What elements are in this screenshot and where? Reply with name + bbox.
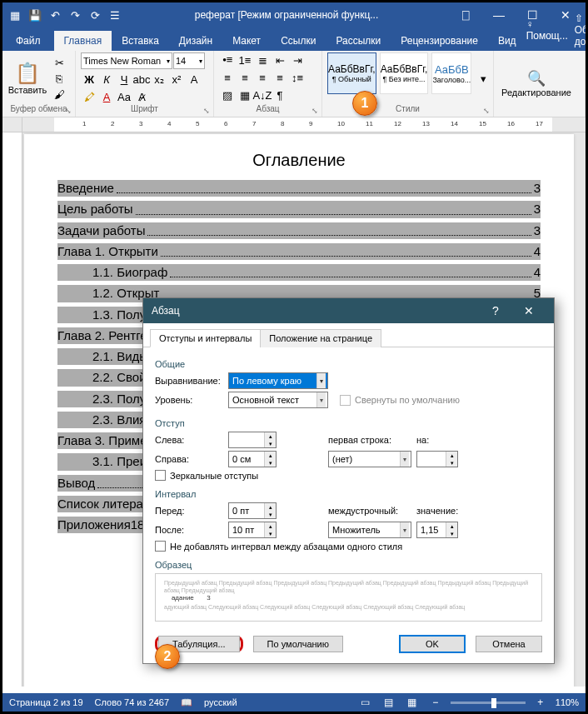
read-mode-icon[interactable]: ▭ xyxy=(357,695,374,710)
paste-button[interactable]: 📋 Вставить xyxy=(7,52,47,104)
underline-icon[interactable]: Ч xyxy=(116,72,132,87)
justify-icon[interactable]: ≡ xyxy=(272,70,288,85)
section-spacing: Интервал xyxy=(155,489,542,499)
sort-icon[interactable]: A↓Z xyxy=(254,87,271,102)
mirror-checkbox[interactable] xyxy=(155,470,166,481)
zoom-slider[interactable] xyxy=(451,702,526,704)
editing-menu[interactable]: 🔍 Редактирование xyxy=(499,52,574,113)
clipboard-launcher-icon[interactable]: ⤡ xyxy=(63,106,73,116)
copy-icon[interactable]: ⎘ xyxy=(51,71,67,86)
toc-line[interactable]: Цель работы3 xyxy=(57,201,541,217)
zoom-level[interactable]: 110% xyxy=(556,697,579,707)
tab-references[interactable]: Ссылки xyxy=(271,31,326,51)
share-button[interactable]: ⇧ Общий доступ xyxy=(575,12,588,47)
tab-insert[interactable]: Вставка xyxy=(112,31,169,51)
proofing-icon[interactable]: 📖 xyxy=(181,697,192,708)
tab-layout[interactable]: Макет xyxy=(222,31,271,51)
print-layout-icon[interactable]: ▤ xyxy=(381,695,397,710)
touch-icon[interactable]: ☰ xyxy=(106,6,124,24)
style-option[interactable]: АаБбВвГг,¶ Без инте... xyxy=(380,52,429,94)
show-marks-icon[interactable]: ¶ xyxy=(272,87,288,102)
text-effects-icon[interactable]: A xyxy=(186,72,202,87)
zoom-in-icon[interactable]: + xyxy=(532,695,549,710)
undo-icon[interactable]: ↶ xyxy=(46,6,64,24)
tab-file[interactable]: Файл xyxy=(6,31,51,51)
indent-icon[interactable]: ⇥ xyxy=(289,52,306,67)
toc-line[interactable]: 1.1. Биограф4 xyxy=(57,264,541,281)
refresh-icon[interactable]: ⟳ xyxy=(86,6,104,24)
language-indicator[interactable]: русский xyxy=(204,697,237,707)
page-indicator[interactable]: Страница 2 из 19 xyxy=(9,697,83,707)
style-option[interactable]: АаБбВЗаголово... xyxy=(431,52,471,94)
italic-icon[interactable]: К xyxy=(98,72,115,87)
horizontal-ruler[interactable]: 1234567891011121314151617 xyxy=(2,117,586,132)
web-layout-icon[interactable]: ▦ xyxy=(404,695,421,710)
redo-icon[interactable]: ↷ xyxy=(66,6,84,24)
before-input[interactable]: 0 пт▴▾ xyxy=(228,502,277,519)
line-spacing-select[interactable]: Множитель▾ xyxy=(328,522,411,538)
paragraph-launcher-icon[interactable]: ⤡ xyxy=(310,106,320,116)
styles-launcher-icon[interactable]: ⤡ xyxy=(481,106,491,116)
bold-icon[interactable]: Ж xyxy=(81,72,97,87)
right-indent-input[interactable]: 0 см▴▾ xyxy=(228,451,277,467)
borders-icon[interactable]: ▦ xyxy=(237,87,253,102)
toc-line[interactable]: Задачи работы3 xyxy=(57,222,541,239)
numbering-icon[interactable]: 1≡ xyxy=(237,52,253,67)
after-input[interactable]: 10 пт▴▾ xyxy=(228,522,277,538)
font-size-select[interactable]: 14▾ xyxy=(173,52,205,69)
zoom-out-icon[interactable]: − xyxy=(427,695,444,710)
align-right-icon[interactable]: ≡ xyxy=(254,70,271,85)
strike-icon[interactable]: abc xyxy=(133,72,150,87)
tab-design[interactable]: Дизайн xyxy=(169,31,222,51)
toc-line[interactable]: Введение3 xyxy=(57,180,541,197)
save-icon[interactable]: 💾 xyxy=(26,6,44,24)
tab-indents[interactable]: Отступы и интервалы xyxy=(150,329,261,347)
by-input[interactable]: ▴▾ xyxy=(416,451,458,467)
font-launcher-icon[interactable]: ⤡ xyxy=(202,106,212,116)
cut-icon[interactable]: ✂ xyxy=(51,55,67,70)
tab-page-position[interactable]: Положение на странице xyxy=(260,329,381,347)
style-option[interactable]: АаБбВвГг,¶ Обычный xyxy=(327,52,376,94)
multilevel-icon[interactable]: ≣ xyxy=(254,52,271,67)
bullets-icon[interactable]: ⦁≡ xyxy=(219,52,236,67)
dialog-titlebar[interactable]: Абзац ? ✕ xyxy=(143,298,554,323)
line-spacing-icon[interactable]: ↕≡ xyxy=(289,70,306,85)
toc-line[interactable]: Глава 1. Открыти4 xyxy=(57,243,541,260)
at-label: значение: xyxy=(416,506,458,516)
styles-more-icon[interactable]: ▾ xyxy=(475,71,491,86)
superscript-icon[interactable]: x² xyxy=(168,72,185,87)
first-line-select[interactable]: (нет)▾ xyxy=(328,451,411,467)
dialog-close-icon[interactable]: ✕ xyxy=(512,298,546,323)
vertical-ruler[interactable] xyxy=(2,132,22,687)
change-case-icon[interactable]: Aa xyxy=(116,89,132,104)
dialog-help-icon[interactable]: ? xyxy=(479,298,512,323)
left-indent-input[interactable]: ▴▾ xyxy=(228,432,277,448)
alignment-select[interactable]: По левому краю▾ xyxy=(228,372,328,389)
no-space-checkbox[interactable] xyxy=(155,541,166,552)
tab-review[interactable]: Рецензирование xyxy=(391,31,488,51)
clear-format-icon[interactable]: A̷ xyxy=(133,89,150,104)
level-select[interactable]: Основной текст▾ xyxy=(228,392,328,408)
font-color-icon[interactable]: A xyxy=(98,89,115,104)
word-count[interactable]: Слово 74 из 2467 xyxy=(95,697,170,707)
default-button[interactable]: По умолчанию xyxy=(253,636,343,652)
ribbon-options-icon[interactable]: ⎕ xyxy=(449,2,482,27)
align-center-icon[interactable]: ≡ xyxy=(237,70,253,85)
align-left-icon[interactable]: ≡ xyxy=(219,70,236,85)
font-name-select[interactable]: Times New Roman▾ xyxy=(81,52,172,69)
tab-home[interactable]: Главная xyxy=(54,31,112,51)
highlight-icon[interactable]: 🖍 xyxy=(81,89,97,104)
tell-me[interactable]: ♀ Помощ... xyxy=(526,18,568,42)
shading-icon[interactable]: ▨ xyxy=(219,87,236,102)
tab-view[interactable]: Вид xyxy=(488,31,526,51)
ok-button[interactable]: OK xyxy=(399,635,466,653)
word-icon[interactable]: ▦ xyxy=(6,6,24,24)
at-input[interactable]: 1,15▴▾ xyxy=(416,522,458,538)
format-painter-icon[interactable]: 🖌 xyxy=(51,87,67,102)
subscript-icon[interactable]: x₂ xyxy=(151,72,167,87)
tab-mailings[interactable]: Рассылки xyxy=(326,31,391,51)
outdent-icon[interactable]: ⇤ xyxy=(272,52,288,67)
minimize-icon[interactable]: — xyxy=(482,2,516,27)
callout-1: 1 xyxy=(352,91,377,116)
cancel-button[interactable]: Отмена xyxy=(476,636,542,652)
